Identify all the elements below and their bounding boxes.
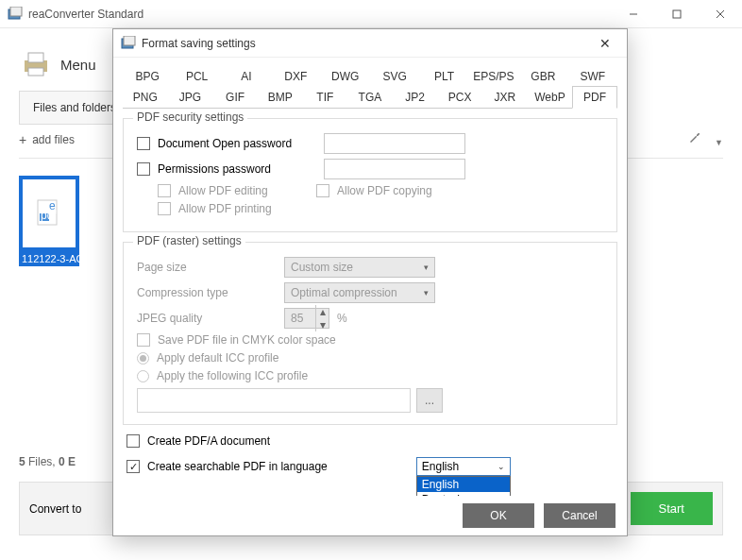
language-option[interactable]: English [417,477,510,492]
allow-editing-label: Allow PDF editing [178,184,309,197]
format-tab-jxr[interactable]: JXR [482,86,528,109]
printer-icon [19,47,53,81]
format-tab-bpg[interactable]: BPG [123,65,172,87]
doc-open-password-input[interactable] [324,133,465,154]
chevron-down-icon: ⌄ [497,462,505,471]
app-icon [8,7,23,22]
svg-text:e: e [49,199,56,212]
permissions-password-checkbox[interactable] [137,162,150,176]
maximize-button[interactable] [655,0,699,28]
svg-rect-1 [10,7,22,16]
icc-following-radio [137,370,149,382]
wrench-icon [687,130,702,145]
allow-printing-checkbox [158,202,171,215]
pdfa-checkbox[interactable] [126,434,140,448]
svg-rect-14 [124,36,135,45]
language-option[interactable]: Deutsch [417,492,510,496]
plus-icon: + [19,132,26,147]
compression-label: Compression type [137,286,277,299]
compression-select: Optimal compression▾ [284,282,435,303]
minimize-button[interactable] [612,0,655,28]
searchable-checkbox[interactable] [126,460,140,473]
format-tab-svg[interactable]: SVG [370,65,419,87]
format-tab-tga[interactable]: TGA [347,86,393,109]
file-thumbnail[interactable]: pdfe 112122-3-AC0 [19,176,79,266]
icc-browse-button: ... [416,388,443,413]
convert-to-label: Convert to [29,502,81,516]
format-tab-dxf[interactable]: DXF [271,65,320,87]
format-tab-dwg[interactable]: DWG [321,65,370,87]
dialog-close-button[interactable]: ✕ [589,30,621,57]
icc-following-label: Apply the following ICC profile [157,369,308,382]
permissions-password-label: Permissions password [158,162,316,176]
svg-rect-3 [673,10,681,18]
raster-legend: PDF (raster) settings [133,234,245,247]
format-tab-jp2[interactable]: JP2 [393,86,438,109]
svg-rect-8 [28,68,43,76]
format-settings-dialog: Format saving settings ✕ BPGPCLAIDXFDWGS… [112,28,628,536]
dialog-titlebar: Format saving settings ✕ [113,29,627,58]
security-legend: PDF security settings [133,110,247,124]
format-tab-gif[interactable]: GIF [212,86,258,109]
format-tab-pdf[interactable]: PDF [572,86,617,109]
jpeg-quality-label: JPEG quality [137,312,277,325]
language-dropdown: EnglishDeutschFrenchNederlandsPortuguese… [416,476,511,496]
searchable-label: Create searchable PDF in language [147,460,328,473]
pdf-raster-fieldset: PDF (raster) settings Page size Custom s… [123,242,617,425]
allow-printing-label: Allow PDF printing [178,202,272,215]
chevron-down-icon: ▾ [424,288,429,297]
chevron-down-icon: ▾ [424,263,429,272]
permissions-password-input[interactable] [324,159,465,179]
icc-path-input [137,388,411,413]
thumbnail-caption: 112122-3-AC0 [19,251,79,266]
jpeg-quality-stepper: 85 ▴▾ [284,308,329,329]
page-size-label: Page size [137,261,277,274]
pdfa-label: Create PDF/A document [147,434,270,448]
dialog-title: Format saving settings [142,37,589,50]
format-tab-gbr[interactable]: GBR [518,65,567,87]
doc-open-password-label: Document Open password [158,137,316,150]
language-selected: English [422,460,459,473]
format-tab-bmp[interactable]: BMP [258,86,303,109]
add-files-label: add files [32,133,75,146]
page-size-select: Custom size▾ [284,257,435,278]
language-select[interactable]: English ⌄ EnglishDeutschFrenchNederlands… [416,457,511,476]
ok-button[interactable]: OK [463,503,534,528]
format-tab-tif[interactable]: TIF [303,86,348,109]
app-title: reaConverter Standard [28,8,612,21]
cmyk-label: Save PDF file in CMYK color space [158,333,336,347]
format-tab-swf[interactable]: SWF [568,65,617,87]
cmyk-checkbox [137,333,150,347]
format-tabs: BPGPCLAIDXFDWGSVGPLTEPS/PSGBRSWFPNGJPGGI… [123,65,617,109]
add-files-button[interactable]: + add files [19,132,75,147]
main-titlebar: reaConverter Standard [0,0,742,28]
start-button[interactable]: Start [631,492,713,525]
doc-open-password-checkbox[interactable] [137,137,150,150]
format-tab-plt[interactable]: PLT [419,65,468,87]
icc-default-radio [137,352,149,365]
format-tab-jpg[interactable]: JPG [168,86,213,109]
icc-default-label: Apply default ICC profile [157,351,278,365]
pdf-security-fieldset: PDF security settings Document Open pass… [123,118,617,232]
cancel-button[interactable]: Cancel [544,503,616,528]
dialog-icon [121,36,136,51]
settings-button[interactable]: ▼ [687,130,723,148]
allow-editing-checkbox [158,184,171,197]
format-tab-png[interactable]: PNG [123,86,168,109]
format-tab-webp[interactable]: WebP [528,86,573,109]
format-tab-pcx[interactable]: PCX [437,86,482,109]
close-button[interactable] [699,0,742,28]
allow-copying-checkbox [316,184,329,197]
allow-copying-label: Allow PDF copying [337,184,432,197]
format-tab-pcl[interactable]: PCL [172,65,221,87]
pdf-file-icon: pdfe [36,198,62,229]
svg-rect-7 [28,53,43,62]
format-tab-ai[interactable]: AI [222,65,271,87]
menu-label[interactable]: Menu [60,57,96,73]
format-tab-eps-ps[interactable]: EPS/PS [469,65,518,87]
